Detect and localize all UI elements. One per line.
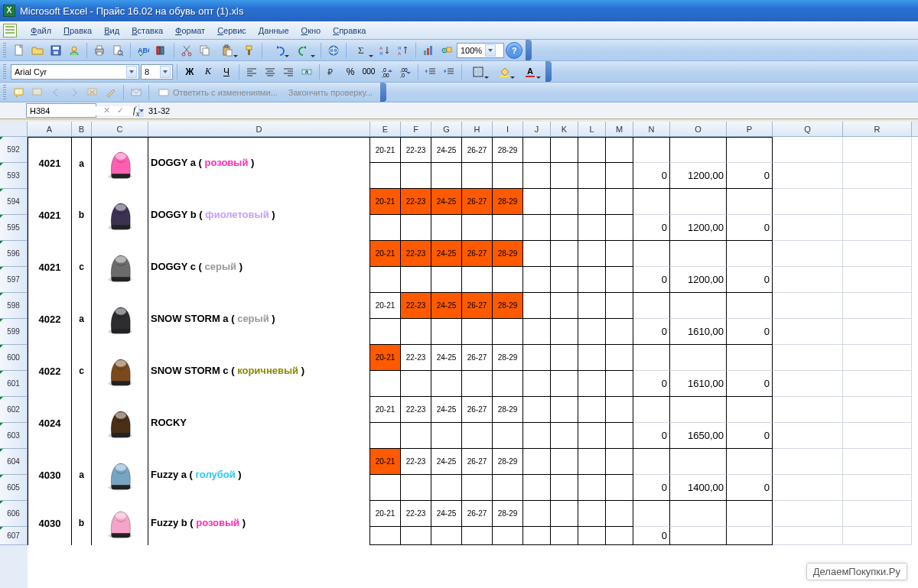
reply-changes-button[interactable]: Ответить с изменениями... (153, 84, 282, 101)
cell[interactable]: 4021 (28, 241, 72, 293)
cell[interactable] (92, 189, 148, 241)
cell[interactable] (773, 319, 843, 345)
cell[interactable]: DOGGY a ( розовый ) (148, 137, 370, 189)
comma-icon[interactable]: 000 (360, 63, 377, 80)
cell[interactable]: 0 (727, 163, 773, 189)
cell[interactable] (523, 319, 551, 345)
cell[interactable]: 0 (633, 319, 670, 345)
cell[interactable] (370, 267, 401, 293)
col-header-F[interactable]: F (401, 122, 431, 136)
cell[interactable] (370, 423, 401, 449)
cell[interactable] (843, 449, 912, 475)
cell[interactable]: 24-25 (431, 397, 462, 423)
menu-Правка[interactable]: Правка (57, 22, 98, 39)
cell[interactable]: 1400,00 (670, 475, 727, 501)
cell[interactable] (773, 293, 843, 319)
cell[interactable] (606, 267, 633, 293)
cell[interactable] (551, 371, 578, 397)
cell[interactable] (606, 345, 633, 371)
cell[interactable]: 24-25 (431, 501, 462, 527)
cell[interactable]: 22-23 (401, 137, 431, 163)
cell[interactable] (551, 137, 578, 163)
underline-button[interactable]: Ч (218, 63, 235, 80)
cell[interactable]: 28-29 (493, 397, 523, 423)
col-header-C[interactable]: C (92, 122, 148, 136)
cell[interactable]: SNOW STORM a ( серый ) (148, 293, 370, 345)
cell[interactable] (606, 449, 633, 475)
col-header-I[interactable]: I (493, 122, 523, 136)
row-header-607[interactable]: 607 (0, 527, 28, 545)
cell[interactable] (727, 189, 773, 215)
cell[interactable] (578, 397, 606, 423)
cell[interactable]: 26-27 (462, 501, 493, 527)
cell[interactable]: 0 (727, 371, 773, 397)
cell[interactable] (523, 449, 551, 475)
end-review-button[interactable]: Закончить проверку... (284, 84, 377, 101)
cell[interactable]: 22-23 (401, 397, 431, 423)
cell[interactable]: 22-23 (401, 241, 431, 267)
cell[interactable] (633, 293, 670, 319)
cell[interactable] (523, 397, 551, 423)
cell[interactable] (493, 423, 523, 449)
row-header-594[interactable]: 594 (0, 189, 28, 215)
cell[interactable]: 28-29 (493, 189, 523, 215)
sort-asc-icon[interactable]: АЯ (376, 42, 393, 59)
cell[interactable]: 0 (727, 319, 773, 345)
row-header-602[interactable]: 602 (0, 397, 28, 423)
cell[interactable] (606, 293, 633, 319)
cell[interactable] (523, 215, 551, 241)
cell[interactable] (551, 345, 578, 371)
cell[interactable] (606, 475, 633, 501)
cell[interactable]: 20-21 (370, 501, 401, 527)
cell[interactable]: 20-21 (370, 189, 401, 215)
cell[interactable] (670, 137, 727, 163)
print-preview-icon[interactable] (109, 42, 126, 59)
cell[interactable] (92, 501, 148, 545)
cell[interactable] (551, 215, 578, 241)
autosum-icon[interactable]: Σ (350, 42, 375, 59)
cell[interactable] (431, 267, 462, 293)
cell[interactable]: 20-21 (370, 137, 401, 163)
print-icon[interactable] (91, 42, 108, 59)
col-header-A[interactable]: A (28, 122, 72, 136)
cell[interactable]: a (72, 293, 92, 345)
cut-icon[interactable] (178, 42, 195, 59)
cell[interactable] (773, 475, 843, 501)
cell[interactable] (843, 163, 912, 189)
cell[interactable] (773, 449, 843, 475)
cell[interactable] (843, 241, 912, 267)
cancel-formula-icon[interactable]: ✕ (99, 102, 113, 119)
col-header-O[interactable]: O (670, 122, 727, 136)
cell[interactable] (523, 189, 551, 215)
menu-Сервис[interactable]: Сервис (211, 22, 252, 39)
col-header-B[interactable]: B (72, 122, 92, 136)
cell[interactable]: 22-23 (401, 345, 431, 371)
cell[interactable] (551, 319, 578, 345)
cell[interactable] (370, 163, 401, 189)
cell[interactable] (773, 501, 843, 527)
cell[interactable] (551, 267, 578, 293)
cell[interactable]: 26-27 (462, 345, 493, 371)
cell[interactable] (773, 371, 843, 397)
cell[interactable]: 4024 (28, 397, 72, 449)
cell[interactable] (523, 345, 551, 371)
cell[interactable]: 20-21 (370, 241, 401, 267)
cell[interactable]: 24-25 (431, 241, 462, 267)
cell[interactable] (401, 163, 431, 189)
cell[interactable] (578, 475, 606, 501)
cell[interactable] (773, 423, 843, 449)
cell[interactable]: 4022 (28, 293, 72, 345)
cell[interactable] (493, 527, 523, 545)
cell[interactable]: 4021 (28, 137, 72, 189)
italic-button[interactable]: К (200, 63, 216, 80)
cell[interactable] (578, 501, 606, 527)
permission-icon[interactable] (66, 42, 83, 59)
cell[interactable] (523, 527, 551, 545)
cell[interactable] (401, 475, 431, 501)
cell[interactable] (493, 215, 523, 241)
cell[interactable]: 26-27 (462, 189, 493, 215)
font-combo[interactable]: Arial Cyr (11, 64, 139, 80)
cell[interactable] (670, 501, 727, 527)
cell[interactable] (843, 293, 912, 319)
cell[interactable]: 4022 (28, 345, 72, 397)
